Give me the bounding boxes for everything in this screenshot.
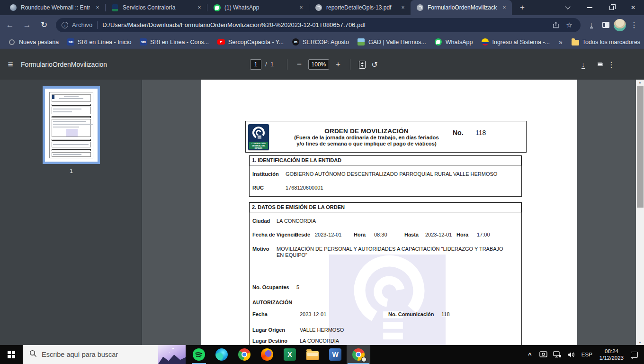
taskbar-chrome-active-icon[interactable] bbox=[347, 345, 370, 364]
toolbar-actions: ↓ ⋮ bbox=[584, 18, 641, 32]
desde-label: Desde bbox=[295, 232, 310, 238]
taskbar-firefox-icon[interactable] bbox=[256, 345, 278, 364]
cast-icon[interactable] bbox=[538, 345, 549, 364]
zoom-level: 100% bbox=[308, 59, 329, 70]
forward-icon[interactable]: → bbox=[20, 18, 34, 32]
folder-icon bbox=[572, 38, 579, 46]
bookmark-gad-valle-hermoso[interactable]: GAD | Valle Hermos... bbox=[353, 36, 430, 48]
taskbar: Escribe aquí para buscar X W ^ bbox=[0, 345, 644, 364]
hasta-label: Hasta bbox=[404, 232, 419, 238]
tab-close-icon[interactable]: ✕ bbox=[94, 4, 101, 11]
zoom-out-icon[interactable]: − bbox=[293, 58, 305, 71]
system-tray: ^ ESP 08:241/12/2023 bbox=[525, 345, 644, 364]
taskbar-word-icon[interactable]: W bbox=[324, 345, 347, 364]
taskbar-chrome-icon[interactable] bbox=[233, 345, 256, 364]
tab-close-icon[interactable]: ✕ bbox=[196, 4, 203, 11]
tab-close-icon[interactable]: ✕ bbox=[399, 4, 407, 11]
language-indicator[interactable]: ESP bbox=[580, 345, 594, 364]
tab-title: (1) WhatsApp bbox=[224, 4, 294, 11]
page-count: / 1 bbox=[265, 61, 275, 68]
tab-close-icon[interactable]: ✕ bbox=[297, 4, 305, 11]
all-bookmarks-button[interactable]: Todos los marcadores bbox=[567, 36, 644, 48]
tab-reporte-pdf[interactable]: reporteDetalleOpis-13.pdf ✕ bbox=[309, 0, 411, 15]
back-icon[interactable]: ← bbox=[3, 18, 17, 32]
whatsapp-favicon-icon bbox=[213, 4, 221, 11]
hidden-icons-chevron-icon[interactable]: ^ bbox=[525, 345, 535, 364]
taskbar-excel-icon[interactable]: X bbox=[278, 345, 301, 364]
pdf-favicon-icon bbox=[416, 4, 424, 11]
section1-body: Institución GOBIERNO AUTÓNOMO DESCENTRAL… bbox=[249, 165, 522, 197]
taskbar-file-explorer-icon[interactable] bbox=[301, 345, 324, 364]
scroll-up-icon[interactable]: ▲ bbox=[636, 81, 644, 84]
share-icon[interactable] bbox=[549, 18, 563, 32]
tab-contraloria[interactable]: Servicios Contraloría ✕ bbox=[106, 0, 207, 15]
form-number-value: 118 bbox=[475, 129, 486, 136]
tab-title: reporteDetalleOpis-13.pdf bbox=[326, 4, 395, 11]
page-number-input[interactable]: 1 bbox=[250, 59, 261, 70]
bookmark-star-icon[interactable]: ☆ bbox=[563, 18, 576, 32]
contraloria-favicon-icon bbox=[111, 4, 119, 11]
start-button[interactable] bbox=[0, 345, 23, 364]
zoom-in-icon[interactable]: + bbox=[332, 58, 344, 71]
pdf-download-icon[interactable]: ↓ bbox=[581, 60, 585, 69]
taskbar-search-input[interactable]: Escribe aquí para buscar bbox=[23, 345, 186, 364]
new-tab-button[interactable]: + bbox=[516, 1, 529, 14]
section1-header: 1. IDENTIFICACIÓN DE LA ENTIDAD bbox=[249, 155, 522, 165]
downloads-icon[interactable]: ↓ bbox=[584, 18, 599, 32]
taskbar-spotify-icon[interactable] bbox=[188, 345, 210, 364]
logo-caption: CONTRALORÍA GENERAL DEL ESTADO bbox=[249, 142, 268, 149]
chrome-ring-icon bbox=[8, 38, 16, 46]
ruc-label: RUC bbox=[252, 185, 264, 191]
taskbar-edge-icon[interactable] bbox=[210, 345, 233, 364]
address-bar[interactable]: i Archivo D:/Users/Master/Downloads/Form… bbox=[56, 18, 581, 32]
pdf-page-controls: 1 / 1 − 100% + ↻ bbox=[250, 49, 381, 80]
rotate-icon[interactable]: ↻ bbox=[368, 58, 381, 71]
form-header-box: CONTRALORÍA GENERAL DEL ESTADO ORDEN DE … bbox=[245, 121, 527, 153]
tab-formulario-active[interactable]: FormularioOrdenMovilizacion ✕ bbox=[411, 0, 512, 15]
bookmark-ingreso-sistema[interactable]: Ingreso al Sistema -... bbox=[477, 36, 554, 48]
bookmarks-bar: Nueva pestaña SRI SRI en Línea - Inicio … bbox=[0, 35, 644, 49]
pdf-document-title: FormularioOrdenMovilizacion bbox=[21, 61, 107, 68]
tab-roundcube[interactable]: Roundcube Webmail :: Entra ✕ bbox=[4, 0, 105, 15]
bookmarks-overflow-chevrons-icon[interactable]: » bbox=[554, 36, 567, 48]
tab-close-icon[interactable]: ✕ bbox=[501, 4, 508, 11]
close-window-button[interactable]: ✕ bbox=[622, 0, 644, 15]
minimize-button[interactable] bbox=[579, 0, 600, 15]
tab-whatsapp[interactable]: (1) WhatsApp ✕ bbox=[207, 0, 309, 15]
volume-icon[interactable] bbox=[566, 345, 576, 364]
page-info-icon[interactable]: i bbox=[62, 22, 68, 28]
bookmark-whatsapp[interactable]: WhatsApp bbox=[430, 36, 477, 48]
tray-date: 1/12/2023 bbox=[599, 355, 624, 361]
desde-fecha: 2023-12-01 bbox=[315, 232, 341, 238]
scroll-down-icon[interactable]: ▼ bbox=[636, 341, 644, 344]
ciudad-value: LA CONCORDIA bbox=[277, 218, 316, 224]
tray-clock[interactable]: 08:241/12/2023 bbox=[598, 345, 626, 364]
youtube-icon bbox=[217, 38, 225, 46]
gad-icon bbox=[358, 38, 365, 46]
motivo-label: Motivo bbox=[252, 246, 269, 252]
action-center-icon[interactable] bbox=[629, 345, 639, 364]
profile-avatar[interactable] bbox=[613, 18, 627, 32]
reload-icon[interactable]: ↻ bbox=[37, 18, 51, 32]
bookmark-sercop-youtube[interactable]: SercopCapacita - Y... bbox=[213, 36, 288, 48]
page-thumbnail[interactable] bbox=[43, 86, 100, 164]
desde-hora: 08:30 bbox=[374, 232, 387, 238]
side-panel-icon[interactable] bbox=[599, 18, 613, 32]
restore-button[interactable] bbox=[600, 0, 622, 15]
bookmark-sri-inicio[interactable]: SRI SRI en Línea - Inicio bbox=[63, 36, 135, 48]
pdf-more-icon[interactable]: ⋮ bbox=[608, 60, 615, 69]
thumbnail-panel: 1 bbox=[0, 80, 142, 345]
ocupantes-value: 5 bbox=[296, 284, 299, 291]
vertical-scrollbar[interactable]: ▲ ▼ bbox=[636, 80, 644, 345]
pdf-menu-icon[interactable]: ≡ bbox=[0, 59, 21, 70]
bookmark-sercop-agosto[interactable]: m SERCOP: Agosto bbox=[288, 36, 353, 48]
bookmark-sri-consultas[interactable]: SRI SRI en Línea - Cons... bbox=[135, 36, 213, 48]
tab-search-chevron-icon[interactable] bbox=[557, 0, 579, 15]
profile-badge-icon bbox=[361, 357, 367, 362]
browser-menu-icon[interactable]: ⋮ bbox=[627, 18, 641, 32]
network-icon[interactable] bbox=[552, 345, 563, 364]
thumbnail-page bbox=[49, 92, 93, 158]
bookmark-nueva-pestana[interactable]: Nueva pestaña bbox=[4, 36, 63, 48]
fit-page-icon[interactable] bbox=[356, 58, 368, 71]
scrollbar-thumb[interactable] bbox=[637, 86, 644, 208]
